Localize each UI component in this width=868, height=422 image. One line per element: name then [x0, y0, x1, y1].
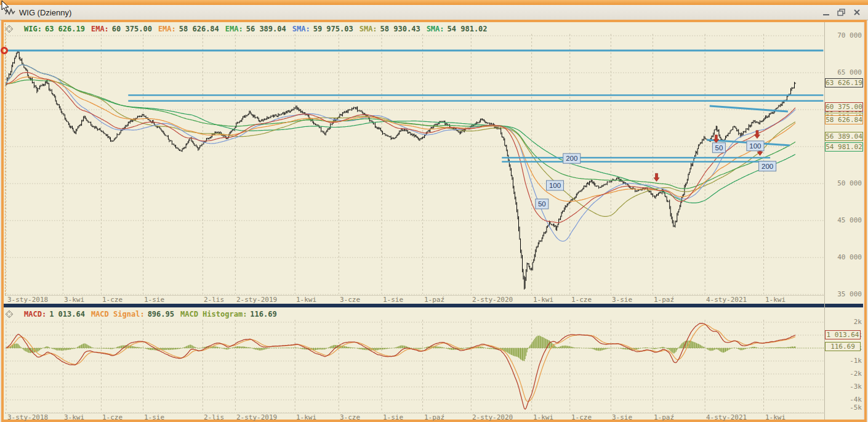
x-axis-label: 3-kwi: [64, 296, 84, 304]
legend-item: MACD Signal:896.95: [91, 310, 174, 319]
window-top-edge: [0, 0, 868, 5]
x-axis-label: 1-cze: [571, 296, 592, 304]
x-axis-label: 1-paź: [654, 414, 674, 421]
legend-value: 1 013.64: [49, 310, 85, 319]
macd-signal-line[interactable]: [6, 325, 795, 402]
legend-item: MACD:1 013.64: [24, 310, 85, 319]
price-axis-label: 56 389.04: [825, 132, 863, 141]
ma-period-label: 100: [549, 182, 561, 189]
macd-axis-tick: -4k: [826, 396, 862, 404]
window-controls: [821, 8, 862, 17]
restore-button[interactable]: [837, 8, 846, 17]
ma-period-label-box[interactable]: 200: [759, 161, 776, 171]
circle-marker[interactable]: [1, 47, 8, 54]
grid: [5, 34, 824, 294]
main-chart-svg[interactable]: 5010020050100200: [5, 32, 824, 295]
x-axis-label: 3-sty-2018: [7, 296, 48, 304]
ma-period-label: 200: [762, 163, 773, 170]
price-axis-label: 63 626.19: [825, 78, 863, 87]
y-axis-tick: 50 000: [826, 180, 862, 187]
ma-period-label-box[interactable]: 50: [712, 143, 725, 153]
y-axis-tick: 45 000: [826, 217, 862, 224]
x-axis-label: 2-sty-2020: [472, 414, 513, 421]
ema-line-200[interactable]: [6, 80, 795, 189]
grid: [5, 320, 824, 413]
macd-axis-tick: -1k: [826, 357, 862, 365]
macd-axis-tick: 2k: [826, 319, 862, 326]
x-axis-label: 1-kwi: [296, 414, 316, 421]
x-axis-label: 1-kwi: [533, 296, 553, 304]
macd-line[interactable]: [6, 323, 795, 410]
price-axis-label: 54 981.02: [825, 142, 863, 152]
x-axis-label: 1-sie: [383, 414, 403, 421]
price-axis-label: 58 626.84: [825, 115, 863, 124]
x-axis-label: 4-sty-2021: [706, 296, 747, 304]
ma-period-label-box[interactable]: 50: [536, 199, 549, 209]
x-axis-label: 3-sie: [612, 296, 632, 304]
x-axis-label: 1-paź: [654, 296, 674, 304]
ma-period-label: 100: [749, 142, 761, 150]
x-axis-label: 3-sie: [612, 414, 632, 421]
x-axis-label: 3-cze: [340, 296, 360, 304]
price-axis-label: 60 375.00: [825, 102, 863, 112]
application-window: WIG (Dzienny) WIG:63 626.19EMA:60 375.00…: [0, 0, 868, 422]
legend-label: MACD Signal:: [91, 310, 145, 319]
down-arrow-annotation[interactable]: [654, 173, 659, 181]
x-axis-label: 3-sty-2018: [7, 414, 48, 421]
down-arrow-annotation[interactable]: [713, 135, 719, 143]
date-axis-main[interactable]: 3-sty-20183-kwi1-cze1-sie2-lis2-sty-2019…: [5, 295, 824, 304]
macd-chart-svg[interactable]: [5, 318, 824, 413]
x-axis-label: 3-kwi: [64, 414, 84, 421]
macd-value-label: 116.69: [825, 342, 861, 351]
minimize-button[interactable]: [821, 8, 831, 17]
legend-label: MACD Histogram:: [180, 310, 247, 319]
mouse-cursor: [1, 0, 10, 12]
sma-line-100[interactable]: [6, 65, 795, 216]
ma-period-label: 200: [566, 155, 577, 162]
macd-axis-tick: -2k: [826, 370, 862, 378]
x-axis-label: 1-paź: [424, 414, 444, 421]
legend-label: MACD:: [24, 310, 46, 319]
candlesticks[interactable]: [6, 51, 795, 290]
legend-value: 116.69: [250, 310, 276, 319]
x-axis-label: 2-sty-2020: [472, 296, 513, 304]
ma-period-label-box[interactable]: 200: [563, 153, 581, 163]
ma-period-label-box[interactable]: 100: [747, 141, 764, 151]
x-axis-label: 1-paź: [424, 296, 444, 304]
close-button[interactable]: [852, 8, 862, 17]
x-axis-label: 4-sty-2021: [706, 414, 747, 421]
date-axis-macd[interactable]: 3-sty-20183-kwi1-cze1-sie2-lis2-sty-2019…: [5, 413, 824, 421]
y-axis-tick: 35 000: [826, 291, 862, 298]
x-axis-label: 1-kwi: [296, 296, 316, 304]
x-axis-label: 1-cze: [102, 296, 123, 304]
macd-value-label: 1 013.64: [825, 330, 861, 339]
x-axis-label: 1-cze: [571, 414, 592, 421]
x-axis-label: 1-kwi: [765, 414, 786, 421]
x-axis-label: 2-sty-2019: [236, 296, 277, 304]
x-axis-label: 3-cze: [340, 414, 360, 421]
pan-handle-icon[interactable]: [5, 310, 14, 319]
legend-value: 896.95: [148, 310, 174, 319]
ma-period-label: 50: [538, 200, 546, 208]
x-axis-label: 2-lis: [204, 296, 224, 304]
x-axis-label: 2-sty-2019: [236, 414, 277, 421]
y-axis-tick: 40 000: [826, 254, 862, 261]
ma-period-label: 50: [715, 144, 723, 152]
x-axis-label: 1-kwi: [533, 414, 553, 421]
macd-histogram[interactable]: [6, 336, 795, 361]
window-titlebar[interactable]: WIG (Dzienny): [0, 5, 868, 20]
legend-item: MACD Histogram:116.69: [180, 310, 277, 319]
y-axis-tick: 65 000: [826, 69, 862, 76]
macd-axis-tick: -3k: [826, 383, 862, 391]
ma-period-label-box[interactable]: 100: [547, 181, 564, 190]
y-axis-tick: 70 000: [826, 32, 862, 39]
x-axis-label: 1-sie: [144, 414, 164, 421]
x-axis-label: 2-lis: [204, 414, 224, 421]
x-axis-label: 1-sie: [383, 296, 403, 304]
macd-legend: MACD:1 013.64MACD Signal:896.95MACD Hist…: [5, 309, 277, 319]
x-axis-label: 1-cze: [102, 414, 123, 421]
macd-axis-tick: -5k: [826, 404, 862, 412]
sma-line-200[interactable]: [6, 65, 795, 203]
trendline[interactable]: [710, 106, 788, 112]
window-title: WIG (Dzienny): [19, 8, 71, 17]
